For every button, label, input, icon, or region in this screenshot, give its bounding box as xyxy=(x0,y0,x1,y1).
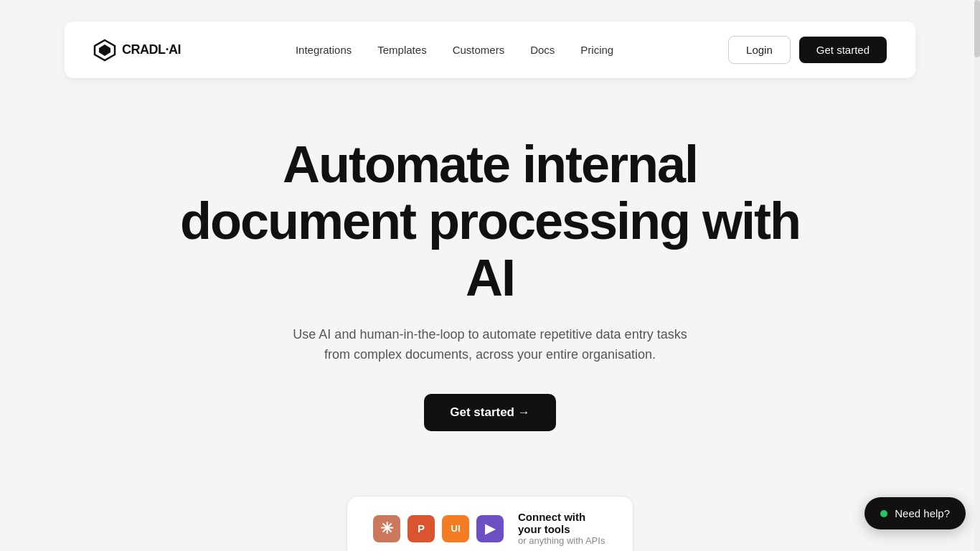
chat-online-indicator xyxy=(880,510,887,517)
logo-icon xyxy=(93,39,116,62)
get-started-button-nav[interactable]: Get started xyxy=(799,37,887,63)
tool-icon-anthropic: ✳ xyxy=(373,515,400,542)
tools-banner: ✳ P UI ▶ Connect with your tools or anyt… xyxy=(347,496,633,551)
brand-name: CRADL·AI xyxy=(122,42,181,57)
nav-integrations[interactable]: Integrations xyxy=(296,44,352,56)
svg-marker-1 xyxy=(99,44,110,56)
navbar: CRADL·AI Integrations Templates Customer… xyxy=(65,22,915,79)
tool-icon-uipath: UI xyxy=(442,515,469,542)
tool-icon-make: ▶ xyxy=(476,515,504,542)
tools-api-text: or anything with APIs xyxy=(518,535,607,546)
nav-actions: Login Get started xyxy=(728,36,887,64)
nav-templates[interactable]: Templates xyxy=(377,44,426,56)
tools-text: Connect with your tools or anything with… xyxy=(518,511,607,546)
scrollbar-thumb[interactable] xyxy=(974,0,980,57)
hero-subtitle: Use AI and human-in-the-loop to automate… xyxy=(289,324,691,366)
nav-customers[interactable]: Customers xyxy=(453,44,505,56)
nav-links: Integrations Templates Customers Docs Pr… xyxy=(296,44,613,57)
chat-widget[interactable]: Need help? xyxy=(864,497,966,529)
chat-label: Need help? xyxy=(895,507,950,519)
logo[interactable]: CRADL·AI xyxy=(93,39,181,62)
tools-connect-text: Connect with your tools xyxy=(518,511,607,535)
login-button[interactable]: Login xyxy=(728,36,791,64)
tools-icons: ✳ P UI ▶ xyxy=(373,515,504,542)
get-started-button-hero[interactable]: Get started → xyxy=(424,394,555,431)
nav-docs[interactable]: Docs xyxy=(530,44,555,56)
tool-icon-producthunt: P xyxy=(407,515,435,542)
hero-section: Automate internal document processing wi… xyxy=(0,79,980,467)
scrollbar[interactable] xyxy=(974,0,980,551)
nav-pricing[interactable]: Pricing xyxy=(580,44,613,56)
hero-title: Automate internal document processing wi… xyxy=(167,136,813,307)
